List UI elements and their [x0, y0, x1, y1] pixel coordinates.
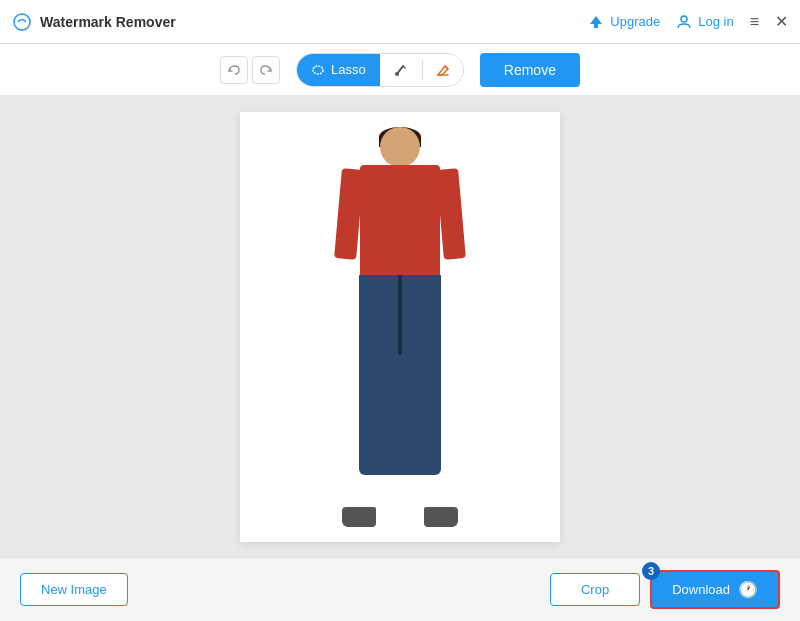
svg-point-4: [395, 72, 399, 76]
user-icon: [676, 14, 692, 30]
title-bar-right: Upgrade Log in ≡ ✕: [588, 12, 788, 31]
clock-icon: 🕐: [738, 580, 758, 599]
redo-button[interactable]: [252, 56, 280, 84]
lasso-tool-button[interactable]: Lasso: [297, 54, 380, 86]
lasso-icon: [311, 63, 325, 77]
jeans: [359, 275, 441, 475]
svg-point-0: [14, 14, 30, 30]
image-container: [240, 112, 560, 542]
undo-button[interactable]: [220, 56, 248, 84]
bottom-right-actions: Crop 3 Download 🕐: [550, 570, 780, 609]
shoe-left: [342, 507, 376, 527]
svg-point-3: [313, 66, 323, 74]
menu-icon[interactable]: ≡: [750, 13, 759, 31]
brush-icon: [394, 63, 408, 77]
toolbar: Lasso Remove: [0, 44, 800, 96]
close-icon[interactable]: ✕: [775, 12, 788, 31]
person-figure: [330, 127, 470, 527]
eraser-icon: [435, 62, 451, 78]
undo-redo-group: [220, 56, 280, 84]
app-icon: [12, 12, 32, 32]
tool-group: Lasso: [296, 53, 464, 87]
download-wrapper: 3 Download 🕐: [650, 570, 780, 609]
redo-icon: [259, 63, 273, 77]
upgrade-icon: [588, 14, 604, 30]
crop-button[interactable]: Crop: [550, 573, 640, 606]
head: [380, 127, 420, 167]
title-bar: Watermark Remover Upgrade Log in ≡ ✕: [0, 0, 800, 44]
remove-button[interactable]: Remove: [480, 53, 580, 87]
jeans-gap: [398, 275, 402, 355]
svg-point-2: [681, 16, 687, 22]
body-shirt: [360, 165, 440, 275]
brush-tool-button[interactable]: [380, 54, 422, 86]
eraser-tool-button[interactable]: [423, 53, 463, 87]
upgrade-button[interactable]: Upgrade: [588, 14, 660, 30]
download-button[interactable]: Download 🕐: [650, 570, 780, 609]
shoe-right: [424, 507, 458, 527]
login-button[interactable]: Log in: [676, 14, 733, 30]
title-bar-left: Watermark Remover: [12, 12, 588, 32]
undo-icon: [227, 63, 241, 77]
canvas-area: [0, 96, 800, 557]
svg-marker-1: [590, 16, 602, 28]
new-image-button[interactable]: New Image: [20, 573, 128, 606]
app-title: Watermark Remover: [40, 14, 176, 30]
bottom-bar: New Image Crop 3 Download 🕐: [0, 557, 800, 621]
arm-right: [436, 168, 466, 260]
